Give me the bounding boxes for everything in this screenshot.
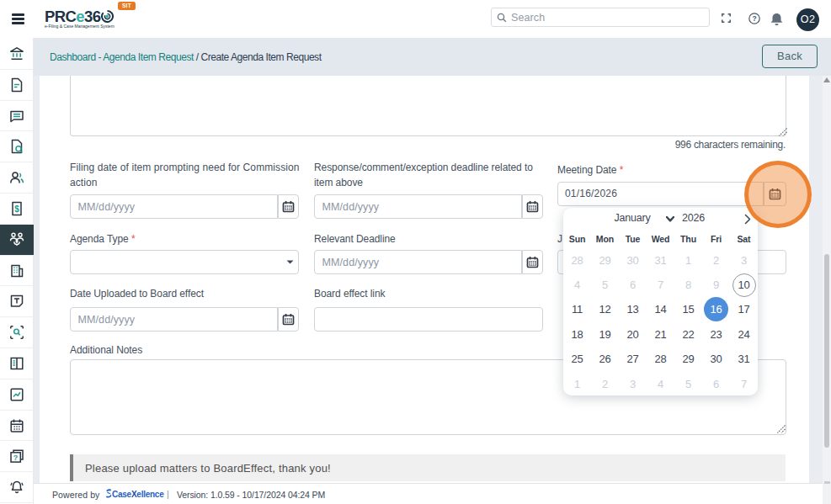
svg-text:$: $: [14, 204, 19, 214]
svg-text:?: ?: [13, 454, 19, 462]
svg-text:?: ?: [752, 14, 756, 23]
